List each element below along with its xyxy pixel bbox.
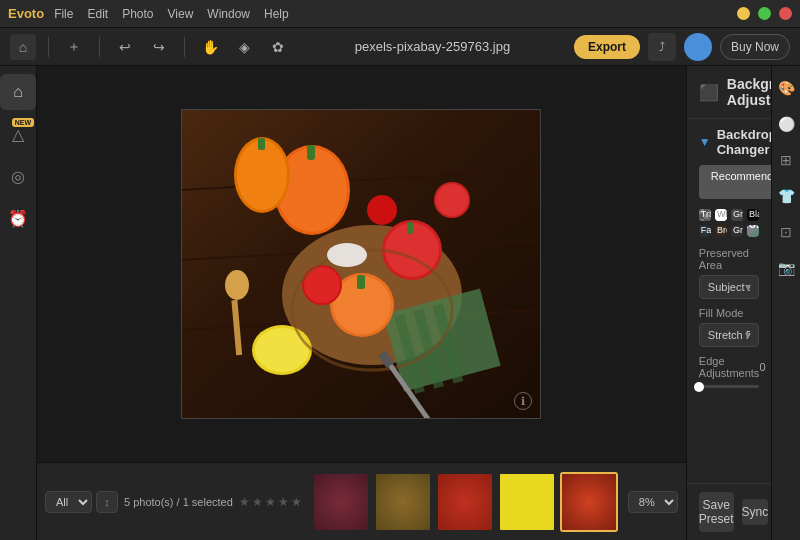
star-rating[interactable]: ★ ★ ★ ★ ★ <box>239 495 302 509</box>
film-filter: All ↕ <box>45 491 118 513</box>
fill-mode-select-wrap: Stretch Fill <box>699 323 759 347</box>
section-label: Backdrop Changer <box>717 127 771 157</box>
zoom-select[interactable]: 8% <box>628 491 678 513</box>
panel-icon: ⬛ <box>699 83 719 102</box>
photo-count: 5 photo(s) / 1 selected <box>124 496 233 508</box>
redo-button[interactable]: ↪ <box>146 34 172 60</box>
backdrop-white-label: White <box>715 209 727 221</box>
backdrop-section: ▼ Backdrop Changer ✏ Recommended My back… <box>687 119 771 404</box>
preserved-area-select-wrap: Subject and Related objects <box>699 275 759 299</box>
menu-photo[interactable]: Photo <box>122 7 153 21</box>
backdrop-black-label: Black <box>747 209 759 221</box>
backdrop-fabric02[interactable]: Fabric02 <box>699 225 711 237</box>
edge-adjustments-row: Edge Adjustments 0 <box>699 355 759 388</box>
app-logo: Evoto <box>8 6 44 21</box>
svg-point-22 <box>255 328 309 372</box>
right-strip-square[interactable]: ⊡ <box>772 218 800 246</box>
left-sidebar: ⌂ △ NEW ◎ ⏰ <box>0 66 37 540</box>
panel-title: Background Adjustments <box>727 76 771 108</box>
hand-tool[interactable]: ✋ <box>197 34 223 60</box>
backdrop-white[interactable]: White <box>715 209 727 221</box>
thumbnail-1[interactable] <box>312 472 370 532</box>
close-button[interactable] <box>779 7 792 20</box>
mask-tool[interactable]: ◈ <box>231 34 257 60</box>
maximize-button[interactable] <box>758 7 771 20</box>
export-button[interactable]: Export <box>574 35 640 59</box>
sidebar-item-circle-select[interactable]: ◎ <box>0 158 36 194</box>
new-badge: NEW <box>12 118 34 127</box>
filter-select[interactable]: All <box>45 491 92 513</box>
filename: pexels-pixabay-259763.jpg <box>299 39 566 54</box>
tab-bar: Recommended My backdropsNew <box>699 165 759 199</box>
menu-bar: File Edit Photo View Window Help <box>54 7 289 21</box>
preserved-area-row: Preserved Area Subject and Related objec… <box>699 247 759 299</box>
image-svg <box>182 110 541 419</box>
home-button[interactable]: ⌂ <box>10 34 36 60</box>
svg-point-33 <box>237 140 287 210</box>
edge-adjustments-slider[interactable] <box>699 385 759 388</box>
sync-button[interactable]: Sync <box>742 499 769 525</box>
edge-adjustments-label: Edge Adjustments <box>699 355 760 379</box>
title-bar: Evoto File Edit Photo View Window Help <box>0 0 800 28</box>
window-controls <box>737 7 792 20</box>
buy-now-button[interactable]: Buy Now <box>720 34 790 60</box>
toolbar: ⌂ ＋ ↩ ↪ ✋ ◈ ✿ pexels-pixabay-259763.jpg … <box>0 28 800 66</box>
right-strip-shirt[interactable]: 👕 <box>772 182 800 210</box>
right-strip-grid[interactable]: ⊞ <box>772 146 800 174</box>
svg-rect-15 <box>407 222 413 234</box>
thumbnail-3[interactable] <box>436 472 494 532</box>
svg-point-26 <box>225 270 249 300</box>
svg-rect-12 <box>307 145 315 160</box>
backdrop-more-label: More > <box>747 225 759 237</box>
slider-thumb[interactable] <box>694 382 704 392</box>
menu-window[interactable]: Window <box>207 7 250 21</box>
backdrop-fabric02-label: Fabric02 <box>699 225 711 237</box>
backdrop-transparent[interactable]: Transpa... <box>699 209 711 221</box>
right-strip: 🎨 ⚪ ⊞ 👕 ⊡ 📷 <box>771 66 800 540</box>
right-strip-camera[interactable]: 📷 <box>772 254 800 282</box>
avatar[interactable] <box>684 33 712 61</box>
backdrop-brown03[interactable]: Brown03 <box>715 225 727 237</box>
section-header: ▼ Backdrop Changer ✏ <box>699 127 759 157</box>
menu-view[interactable]: View <box>168 7 194 21</box>
menu-help[interactable]: Help <box>264 7 289 21</box>
backdrop-brown03-label: Brown03 <box>715 225 727 237</box>
right-strip-palette[interactable]: 🎨 <box>772 74 800 102</box>
backdrop-gray02[interactable]: Gray02 <box>731 209 743 221</box>
backdrop-transparent-label: Transpa... <box>699 209 711 221</box>
svg-point-28 <box>327 243 367 267</box>
canvas-image: ℹ <box>181 109 541 419</box>
preserved-area-label: Preserved Area <box>699 247 759 271</box>
thumbnail-4[interactable] <box>498 472 556 532</box>
backdrop-more[interactable]: More > <box>747 225 759 237</box>
thumbnail-5[interactable] <box>560 472 618 532</box>
backdrop-gray03[interactable]: Gray03 <box>731 225 743 237</box>
undo-button[interactable]: ↩ <box>112 34 138 60</box>
fill-mode-select[interactable]: Stretch Fill <box>699 323 759 347</box>
canvas-main[interactable]: ℹ <box>37 66 686 462</box>
edge-adjustments-value: 0 <box>759 361 765 373</box>
thumbnail-strip <box>308 472 622 532</box>
add-button[interactable]: ＋ <box>61 34 87 60</box>
sidebar-item-history[interactable]: ⏰ <box>0 200 36 236</box>
menu-edit[interactable]: Edit <box>87 7 108 21</box>
fill-mode-label: Fill Mode <box>699 307 759 319</box>
menu-file[interactable]: File <box>54 7 73 21</box>
backdrop-black[interactable]: Black <box>747 209 759 221</box>
stamp-tool[interactable]: ✿ <box>265 34 291 60</box>
tab-recommended[interactable]: Recommended <box>699 165 771 199</box>
right-strip-circle[interactable]: ⚪ <box>772 110 800 138</box>
sidebar-item-home[interactable]: ⌂ <box>0 74 36 110</box>
svg-rect-34 <box>258 138 265 150</box>
save-preset-button[interactable]: Save Preset <box>699 492 734 532</box>
sidebar-item-adjustments[interactable]: △ NEW <box>0 116 36 152</box>
preserved-area-select[interactable]: Subject and Related objects <box>699 275 759 299</box>
zoom-control: 8% <box>628 491 678 513</box>
sort-button[interactable]: ↕ <box>96 491 118 513</box>
bottom-bar: Save Preset Sync ⚙ ? <box>687 483 771 540</box>
thumbnail-2[interactable] <box>374 472 432 532</box>
section-chevron-icon[interactable]: ▼ <box>699 135 711 149</box>
minimize-button[interactable] <box>737 7 750 20</box>
svg-point-31 <box>367 195 397 225</box>
share-button[interactable]: ⤴ <box>648 33 676 61</box>
